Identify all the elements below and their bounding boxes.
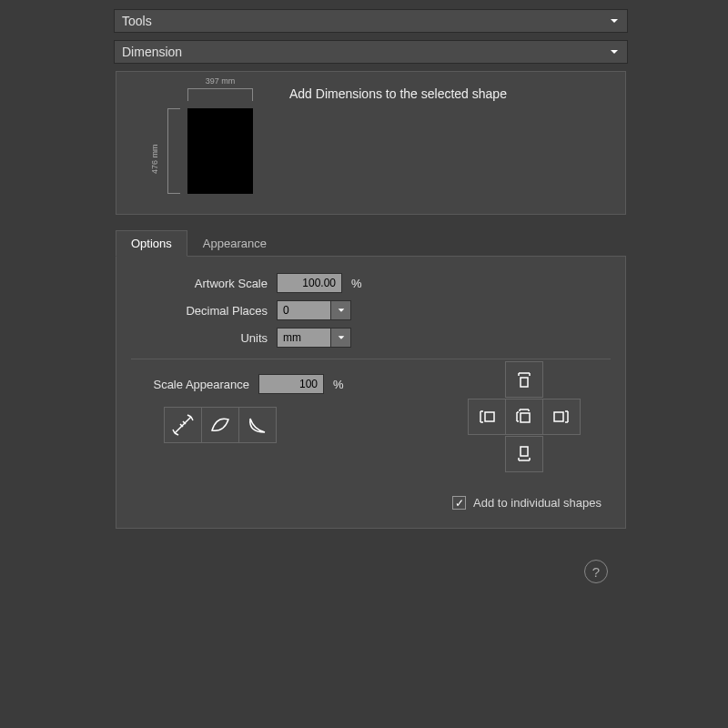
units-select[interactable]: mm — [277, 328, 351, 348]
tools-section-label: Tools — [122, 14, 152, 28]
tab-appearance[interactable]: Appearance — [187, 230, 282, 256]
artwork-scale-label: Artwork Scale — [140, 277, 277, 290]
chevron-down-icon[interactable] — [331, 328, 351, 348]
svg-rect-9 — [521, 413, 530, 422]
leaf-curve-button[interactable] — [201, 407, 239, 443]
dimension-description-box: 397 mm 476 mm Add Dimensions to the sele… — [116, 71, 626, 215]
placement-bottom-icon — [514, 444, 534, 464]
svg-line-0 — [175, 417, 191, 433]
svg-rect-4 — [521, 378, 528, 387]
placement-grid — [465, 361, 583, 480]
leaf-curve-icon — [207, 412, 233, 438]
decimal-places-value: 0 — [277, 300, 331, 320]
svg-rect-12 — [521, 447, 528, 456]
add-individual-checkbox[interactable]: ✓ — [452, 496, 466, 510]
preview-width-dimension: 397 mm — [187, 88, 253, 98]
placement-bottom-button[interactable] — [505, 436, 543, 472]
placement-top-button[interactable] — [505, 361, 543, 398]
chevron-down-icon — [609, 15, 620, 26]
dimension-section-header[interactable]: Dimension — [114, 40, 628, 64]
tab-options[interactable]: Options — [116, 230, 187, 257]
placement-right-button[interactable] — [542, 399, 581, 435]
svg-rect-10 — [554, 412, 563, 421]
placement-left-icon — [477, 407, 497, 427]
placement-right-icon — [551, 407, 571, 427]
help-icon: ? — [592, 564, 600, 580]
add-individual-label: Add to individual shapes — [473, 496, 602, 510]
dimension-preview-thumb: 397 mm 476 mm — [153, 83, 271, 201]
preview-shape-rect — [187, 108, 253, 194]
units-label: Units — [140, 331, 277, 345]
measure-line-icon — [170, 412, 196, 438]
options-tab-strip: Options Appearance — [116, 229, 626, 256]
artwork-scale-input[interactable] — [277, 273, 342, 293]
artwork-scale-unit: % — [351, 277, 362, 290]
units-value: mm — [277, 328, 331, 348]
options-divider — [131, 359, 611, 359]
placement-top-icon — [514, 369, 534, 389]
crescent-curve-button[interactable] — [238, 407, 277, 443]
scale-appearance-input[interactable] — [258, 374, 324, 394]
placement-left-button[interactable] — [468, 399, 506, 435]
chevron-down-icon[interactable] — [331, 300, 351, 320]
chevron-down-icon — [609, 46, 620, 57]
scale-appearance-unit: % — [333, 378, 344, 391]
svg-rect-6 — [485, 412, 494, 421]
dimension-section-label: Dimension — [122, 45, 182, 59]
placement-center-button[interactable] — [505, 399, 543, 435]
dimension-description-text: Add Dimensions to the selected shape — [289, 83, 507, 201]
tools-section-header[interactable]: Tools — [114, 9, 628, 33]
help-button[interactable]: ? — [584, 560, 608, 583]
placement-center-icon — [514, 407, 534, 427]
decimal-places-select[interactable]: 0 — [277, 300, 351, 320]
crescent-curve-icon — [245, 412, 270, 438]
preview-height-dimension: 476 mm — [167, 108, 168, 194]
decimal-places-label: Decimal Places — [140, 304, 277, 318]
measure-line-button[interactable] — [164, 407, 202, 443]
scale-appearance-label: Scale Appearance — [140, 378, 258, 391]
options-tab-body: Artwork Scale % Decimal Places 0 Units m… — [116, 256, 626, 529]
